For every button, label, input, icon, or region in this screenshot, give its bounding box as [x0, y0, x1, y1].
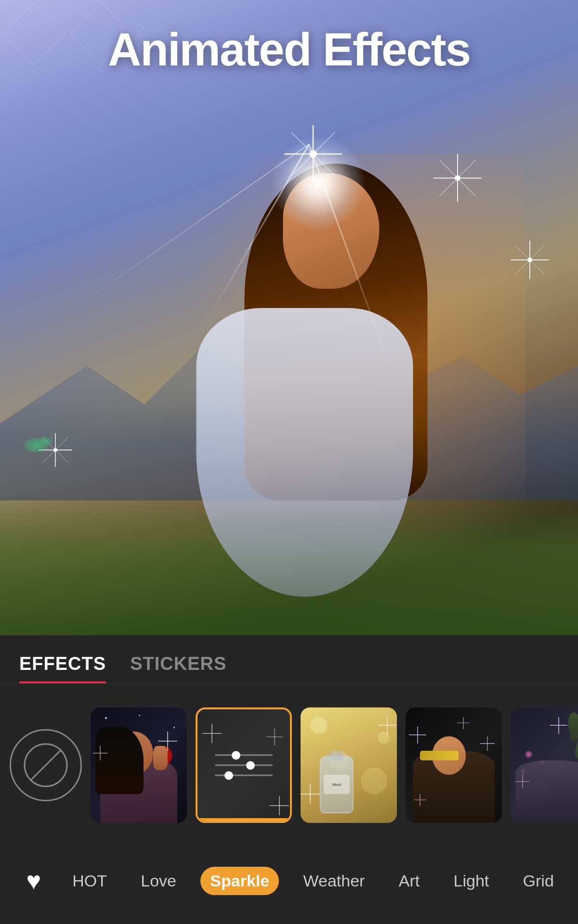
dress [197, 308, 413, 597]
svg-point-11 [527, 257, 532, 262]
nav-items: HOT Love Sparkle Weather Art Light Grid [58, 867, 568, 895]
light-sparkles [511, 707, 578, 823]
tab-effects[interactable]: EFFECTS [19, 654, 106, 683]
weather-sparkles [301, 707, 397, 823]
sparkle-thumb-overlay [197, 709, 290, 821]
bottom-controls: EFFECTS STICKERS [0, 635, 578, 924]
svg-line-9 [515, 245, 544, 274]
tab-stickers[interactable]: STICKERS [130, 654, 226, 683]
page-title: Animated Effects [0, 24, 578, 75]
nav-grid[interactable]: Grid [513, 867, 564, 895]
svg-line-23 [30, 750, 61, 781]
sparkle-right [511, 241, 549, 279]
effect-art[interactable] [406, 707, 502, 823]
photo-area: Animated Effects [0, 0, 578, 635]
subject [148, 116, 461, 597]
nav-hot[interactable]: HOT [63, 867, 117, 895]
nav-sparkle[interactable]: Sparkle [200, 867, 279, 895]
effects-row: Misti [0, 683, 578, 847]
face [283, 173, 380, 289]
effect-weather[interactable]: Misti [301, 707, 397, 823]
heart-icon: ♥ [26, 866, 41, 895]
effect-love[interactable] [91, 707, 187, 823]
svg-line-10 [515, 245, 544, 274]
tab-bar: EFFECTS STICKERS [0, 635, 578, 683]
no-effect-button[interactable] [10, 729, 82, 801]
no-effect-icon [22, 741, 70, 789]
effect-sparkle[interactable] [196, 707, 292, 823]
nav-weather[interactable]: Weather [294, 867, 375, 895]
effect-light[interactable] [511, 707, 578, 823]
bottom-nav: ♥ HOT Love Sparkle Weather Art Light Gri… [0, 847, 578, 914]
heart-button[interactable]: ♥ [10, 857, 58, 905]
nav-light[interactable]: Light [444, 867, 499, 895]
nav-art[interactable]: Art [389, 867, 429, 895]
love-sparkles [91, 707, 187, 823]
art-sparkles [406, 707, 502, 823]
nav-love[interactable]: Love [131, 867, 186, 895]
sparkle-selected-bar [197, 818, 290, 821]
